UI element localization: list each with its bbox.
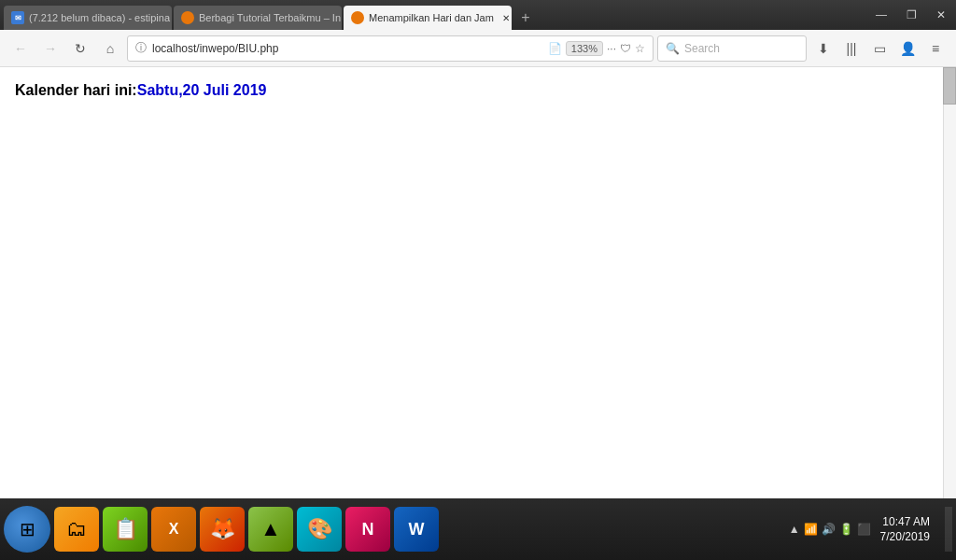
- show-desktop-button[interactable]: [945, 507, 952, 552]
- address-bar[interactable]: ⓘ localhost/inwepo/BIU.php 📄 133% ··· 🛡 …: [127, 35, 654, 62]
- address-text: localhost/inwepo/BIU.php: [152, 42, 542, 55]
- tab-email[interactable]: ✉ (7.212 belum dibaca) - estipina ✕: [4, 6, 172, 30]
- reload-button[interactable]: ↻: [67, 35, 93, 62]
- downloads-icon[interactable]: ⬇: [810, 35, 836, 62]
- nav-right-icons: ⬇ ||| ▭ 👤 ≡: [810, 35, 949, 62]
- tray-network-icon[interactable]: 📶: [804, 523, 818, 536]
- navigation-bar: ← → ↻ ⌂ ⓘ localhost/inwepo/BIU.php 📄 133…: [0, 30, 956, 67]
- page-date: Sabtu,20 Juli 2019: [137, 82, 267, 98]
- tab-active-close[interactable]: ✕: [499, 11, 512, 24]
- tray-arrow-icon[interactable]: ▲: [789, 523, 800, 536]
- tray-battery-icon[interactable]: 🔋: [839, 523, 853, 536]
- address-lock-icon: ⓘ: [135, 40, 147, 56]
- tab-berbagi-icon: [181, 11, 194, 24]
- taskbar-app-niagara[interactable]: N: [345, 507, 390, 552]
- taskbar: ⊞ 🗂 📋 X 🦊 ▲ 🎨 N W ▲ 📶 🔊 🔋 ⬛ 10:47 AM 7/2…: [0, 498, 956, 560]
- restore-button[interactable]: ❐: [896, 0, 926, 30]
- zoom-level[interactable]: 133%: [566, 41, 603, 56]
- taskbar-apps: 🗂 📋 X 🦊 ▲ 🎨 N W: [54, 507, 789, 552]
- scrollbar-thumb[interactable]: [943, 67, 956, 105]
- page-actions-icon[interactable]: 📄: [548, 42, 562, 55]
- tab-berbagi[interactable]: Berbagi Tutorial Terbaikmu – In ✕: [174, 6, 342, 30]
- home-button[interactable]: ⌂: [97, 35, 123, 62]
- taskbar-app-notepad[interactable]: 📋: [103, 507, 148, 552]
- taskbar-app-xampp[interactable]: X: [151, 507, 196, 552]
- page-content: Kalender hari ini:Sabtu,20 Juli 2019: [0, 67, 956, 114]
- window-controls: — ❐ ✕: [866, 0, 956, 30]
- new-tab-button[interactable]: +: [513, 6, 538, 30]
- more-options-icon[interactable]: ···: [607, 42, 616, 55]
- tab-strip: ✉ (7.212 belum dibaca) - estipina ✕ Berb…: [4, 0, 866, 30]
- search-icon: 🔍: [666, 42, 680, 55]
- taskbar-app-paint[interactable]: 🎨: [297, 507, 342, 552]
- tab-email-icon: ✉: [11, 11, 24, 24]
- bookmarks-icon[interactable]: |||: [838, 35, 865, 62]
- scrollbar-track[interactable]: [943, 67, 956, 498]
- profile-icon[interactable]: 👤: [894, 35, 921, 62]
- taskbar-app-firefox[interactable]: 🦊: [200, 507, 245, 552]
- shield-icon: 🛡: [620, 42, 631, 55]
- browser-viewport: Kalender hari ini:Sabtu,20 Juli 2019: [0, 67, 956, 498]
- search-bar[interactable]: 🔍 Search: [657, 35, 807, 62]
- tab-berbagi-label: Berbagi Tutorial Terbaikmu – In: [199, 12, 341, 23]
- synced-tabs-icon[interactable]: ▭: [866, 35, 893, 62]
- taskbar-app-explorer[interactable]: 🗂: [54, 507, 99, 552]
- bookmark-icon[interactable]: ☆: [635, 42, 645, 55]
- system-tray-icons: ▲ 📶 🔊 🔋 ⬛: [789, 523, 871, 536]
- title-bar: ✉ (7.212 belum dibaca) - estipina ✕ Berb…: [0, 0, 956, 30]
- menu-icon[interactable]: ≡: [922, 35, 949, 62]
- tab-active-icon: [351, 11, 364, 24]
- tray-volume-icon[interactable]: 🔊: [822, 523, 836, 536]
- taskbar-clock-date: 10:47 AM 7/20/2019: [880, 515, 937, 543]
- page-label: Kalender hari ini:: [15, 82, 137, 98]
- taskbar-app-word[interactable]: W: [394, 507, 439, 552]
- taskbar-app-android[interactable]: ▲: [248, 507, 293, 552]
- clock-display: 10:47 AM: [882, 515, 930, 528]
- date-display: 7/20/2019: [880, 530, 930, 543]
- tab-email-label: (7.212 belum dibaca) - estipina: [29, 12, 170, 23]
- start-button[interactable]: ⊞: [4, 506, 50, 553]
- address-icons: 📄 133% ··· 🛡 ☆: [548, 41, 645, 56]
- minimize-button[interactable]: —: [866, 0, 896, 30]
- close-button[interactable]: ✕: [926, 0, 956, 30]
- back-button[interactable]: ←: [7, 35, 34, 62]
- tab-active-label: Menampilkan Hari dan Jam: [369, 12, 494, 23]
- tab-active[interactable]: Menampilkan Hari dan Jam ✕: [344, 6, 512, 30]
- tray-extra-icon[interactable]: ⬛: [857, 523, 871, 536]
- search-placeholder: Search: [684, 42, 720, 55]
- taskbar-right-section: ▲ 📶 🔊 🔋 ⬛ 10:47 AM 7/20/2019: [789, 507, 952, 552]
- forward-button[interactable]: →: [37, 35, 63, 62]
